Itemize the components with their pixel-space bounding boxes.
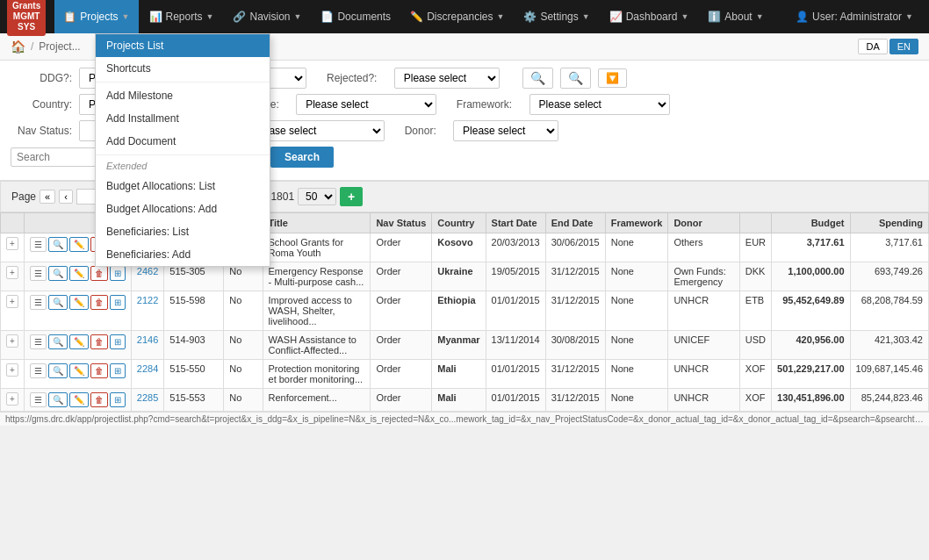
delete-btn-4[interactable]: 🗑 <box>90 363 108 378</box>
row-expand-5[interactable]: + <box>1 389 25 412</box>
edit-btn-5[interactable]: ✏️ <box>69 392 89 407</box>
id-link-5[interactable]: 2285 <box>137 392 158 403</box>
tree-btn-2[interactable]: ⊞ <box>110 295 126 310</box>
delete-btn-2[interactable]: 🗑 <box>90 295 108 310</box>
th-country: Country <box>432 213 486 233</box>
row-donor-2: UNHCR <box>668 291 739 331</box>
first-page-btn[interactable]: « <box>40 190 55 204</box>
dropdown-add-installment[interactable]: Add Installment <box>96 107 270 130</box>
add-record-btn[interactable]: + <box>340 187 363 206</box>
list-btn-0[interactable]: ☰ <box>30 237 47 252</box>
nav-reports[interactable]: 📊 Reports ▼ <box>140 0 223 33</box>
list-btn-3[interactable]: ☰ <box>30 334 47 349</box>
row-expand-1[interactable]: + <box>1 262 25 291</box>
language-buttons: DA EN <box>858 39 918 54</box>
delete-btn-1[interactable]: 🗑 <box>90 266 108 281</box>
row-country-1: Ukraine <box>432 262 486 291</box>
delete-btn-5[interactable]: 🗑 <box>90 392 108 407</box>
dropdown-beneficiaries-list[interactable]: Beneficiaries: List <box>96 220 270 243</box>
dropdown-shortcuts[interactable]: Shortcuts <box>96 57 270 80</box>
tree-btn-4[interactable]: ⊞ <box>110 363 126 378</box>
list-btn-4[interactable]: ☰ <box>30 363 47 378</box>
row-title-5: Renforcement... <box>263 389 371 412</box>
home-icon[interactable]: 🏠 <box>11 39 25 54</box>
expand-btn-2[interactable]: + <box>6 295 18 308</box>
row-framework-5: None <box>605 389 668 412</box>
filter-btn[interactable]: 🔽 <box>598 68 627 88</box>
expand-btn-5[interactable]: + <box>6 392 18 406</box>
nav-about[interactable]: ℹ️ About ▼ <box>699 0 772 33</box>
row-expand-4[interactable]: + <box>1 360 25 389</box>
tree-btn-1[interactable]: ⊞ <box>110 266 126 281</box>
nav-dashboard[interactable]: 📈 Dashboard ▼ <box>601 0 698 33</box>
tree-btn-3[interactable]: ⊞ <box>110 334 126 349</box>
edit-btn-3[interactable]: ✏️ <box>69 334 89 349</box>
list-btn-1[interactable]: ☰ <box>30 266 47 281</box>
nav-user[interactable]: 👤 User: Administrator ▼ <box>787 0 922 33</box>
search-btn-1[interactable]: 🔍 <box>48 266 68 281</box>
nav-projects[interactable]: 📋 Projects ▼ <box>54 0 138 33</box>
id-link-2[interactable]: 2122 <box>137 295 158 305</box>
th-expand <box>1 213 25 233</box>
row-ddg-5: No <box>224 389 263 412</box>
expand-btn-0[interactable]: + <box>6 237 18 250</box>
nav-documents[interactable]: 📄 Documents <box>312 0 400 33</box>
dropdown-add-document[interactable]: Add Document <box>96 130 270 153</box>
search-btn-5[interactable]: 🔍 <box>48 392 68 407</box>
reports-icon: 📊 <box>149 11 162 23</box>
dropdown-add-milestone[interactable]: Add Milestone <box>96 84 270 107</box>
dropdown-beneficiaries-add[interactable]: Beneficiaries: Add <box>96 243 270 266</box>
search-btn-3[interactable]: 🔍 <box>48 334 68 349</box>
lang-en[interactable]: EN <box>889 39 918 54</box>
list-btn-2[interactable]: ☰ <box>30 295 47 310</box>
user-arrow: ▼ <box>905 12 913 21</box>
dropdown-projects-list[interactable]: Projects List <box>96 34 270 57</box>
navbar: GrantsMGMTSYS 📋 Projects ▼ 📊 Reports ▼ 🔗… <box>0 0 929 33</box>
prev-page-btn[interactable]: ‹ <box>59 190 73 204</box>
per-page-select[interactable]: 50 <box>298 188 336 205</box>
row-start-date-0: 20/03/2013 <box>486 233 545 262</box>
id-link-4[interactable]: 2284 <box>137 363 158 374</box>
row-expand-0[interactable]: + <box>1 233 25 262</box>
tree-btn-5[interactable]: ⊞ <box>110 392 126 407</box>
row-expand-3[interactable]: + <box>1 331 25 360</box>
search-btn-2[interactable]: 🔍 <box>48 295 68 310</box>
navision-label: Navision <box>249 11 290 23</box>
nav-discrepancies[interactable]: ✏️ Discrepancies ▼ <box>401 0 513 33</box>
search-btn-0[interactable]: 🔍 <box>48 237 68 252</box>
search-btn-4[interactable]: 🔍 <box>48 363 68 378</box>
edit-btn-2[interactable]: ✏️ <box>69 295 89 310</box>
row-end-date-2: 31/12/2015 <box>545 291 605 331</box>
framework-select[interactable]: Please select <box>529 94 670 115</box>
dropdown-budget-alloc-list[interactable]: Budget Allocations: List <box>96 175 270 197</box>
id-link-1[interactable]: 2462 <box>137 266 158 276</box>
th-budget: Budget <box>772 213 850 233</box>
row-expand-2[interactable]: + <box>1 291 25 331</box>
delete-btn-3[interactable]: 🗑 <box>90 334 108 349</box>
edit-btn-4[interactable]: ✏️ <box>69 363 89 378</box>
brand-logo[interactable]: GrantsMGMTSYS <box>7 0 46 36</box>
nav-navision[interactable]: 🔗 Navision ▼ <box>224 0 310 33</box>
row-nav-status-1: Order <box>371 262 432 291</box>
user-label: User: Administrator <box>812 11 902 23</box>
id-link-3[interactable]: 2146 <box>137 334 158 345</box>
row-budget-3: 420,956.00 <box>772 331 850 360</box>
list-btn-5[interactable]: ☰ <box>30 392 47 407</box>
rejected-select[interactable]: Please select <box>394 68 500 89</box>
zoom-out-btn[interactable]: 🔍 <box>560 68 591 89</box>
donor-select[interactable]: Please select <box>453 120 558 141</box>
page-label: Page <box>11 190 36 203</box>
lang-da[interactable]: DA <box>858 39 887 54</box>
expand-btn-3[interactable]: + <box>6 334 18 348</box>
expand-btn-4[interactable]: + <box>6 363 18 377</box>
regional-office-select[interactable]: Please select <box>296 94 436 115</box>
zoom-in-btn[interactable]: 🔍 <box>522 68 553 89</box>
donor-label: Donor: <box>405 125 436 137</box>
dropdown-budget-alloc-add[interactable]: Budget Allocations: Add <box>96 197 270 220</box>
nav-settings[interactable]: ⚙️ Settings ▼ <box>515 0 598 33</box>
search-button[interactable]: Search <box>270 147 334 168</box>
edit-btn-1[interactable]: ✏️ <box>69 266 89 281</box>
expand-btn-1[interactable]: + <box>6 266 18 279</box>
edit-btn-0[interactable]: ✏️ <box>69 237 89 252</box>
row-nav-status-3: Order <box>371 331 432 360</box>
